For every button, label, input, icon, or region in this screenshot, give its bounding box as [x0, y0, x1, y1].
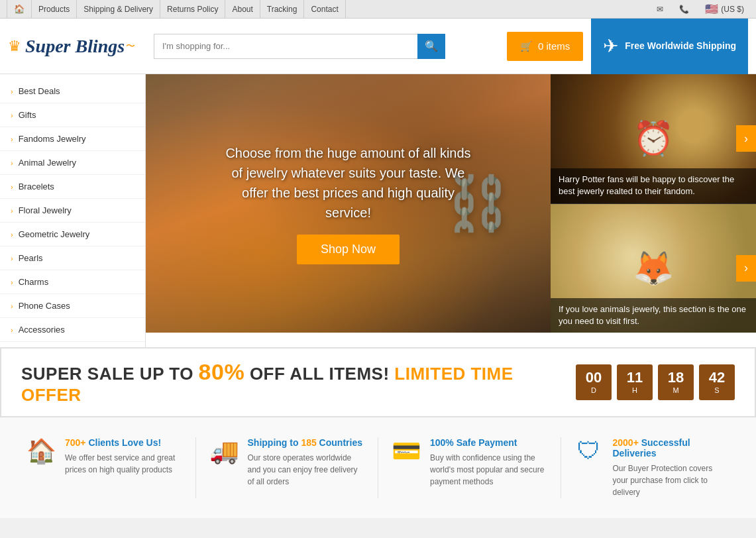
sidebar-label-charms: Charms — [19, 277, 49, 287]
feature-shipping: 🚚 Shipping to 185 Countries Our store op… — [196, 437, 379, 498]
top-nav: 🏠 Products Shipping & Delivery Returns P… — [0, 0, 756, 19]
nav-returns-label: Returns Policy — [167, 5, 218, 14]
nav-tracking[interactable]: Tracking — [260, 0, 305, 19]
countdown-hours: 11 H — [617, 364, 653, 400]
header: ♛ Super Blings 〜 🔍 🛒 0 items ✈ Free Worl… — [0, 19, 756, 74]
sidebar-label-accessories: Accessories — [19, 325, 65, 335]
sidebar-item-geometric[interactable]: › Geometric Jewelry — [0, 223, 145, 246]
sidebar-item-floral[interactable]: › Floral Jewelry — [0, 199, 145, 223]
search-icon: 🔍 — [425, 40, 438, 52]
sidebar-item-charms[interactable]: › Charms — [0, 270, 145, 294]
phone-icon: 📞 — [679, 5, 689, 14]
sidebar-label-phone-cases: Phone Cases — [19, 301, 70, 311]
sidebar-label-best-deals: Best Deals — [19, 86, 60, 96]
sidebar-item-best-deals[interactable]: › Best Deals — [0, 80, 145, 103]
email-nav-item[interactable]: ✉ — [651, 5, 669, 14]
chevron-icon: › — [11, 278, 13, 286]
feature-payment-title: 100% Safe Payment — [430, 437, 547, 448]
nav-returns[interactable]: Returns Policy — [160, 0, 225, 19]
sidebar-item-fandoms[interactable]: › Fandoms Jewelry — [0, 127, 145, 151]
countdown-minutes: 18 M — [658, 364, 694, 400]
feature-shipping-desc: Our store operates worldwide and you can… — [248, 452, 365, 488]
sidebar-label-geometric: Geometric Jewelry — [19, 229, 90, 239]
chevron-icon: › — [11, 183, 13, 191]
countdown-days: 00 D — [576, 364, 612, 400]
shipping-title-pre: Shipping to — [248, 437, 301, 448]
locale-label: (US $) — [721, 5, 744, 14]
chevron-icon: › — [11, 159, 13, 167]
hero-main: ⛓️ Choose from the huge amount of all ki… — [146, 74, 551, 333]
harry-potter-text: Harry Potter fans will be happy to disco… — [559, 174, 734, 196]
sidebar-item-accessories[interactable]: › Accessories — [0, 318, 145, 342]
email-icon: ✉ — [657, 5, 663, 14]
countdown-seconds-label: S — [714, 386, 719, 394]
sidebar-item-animal[interactable]: › Animal Jewelry — [0, 151, 145, 175]
nav-contact[interactable]: Contact — [304, 0, 345, 19]
sidebar-item-phone-cases[interactable]: › Phone Cases — [0, 294, 145, 318]
hero-panel-harry-potter[interactable]: ⏰ Harry Potter fans will be happy to dis… — [551, 74, 756, 204]
logo[interactable]: ♛ Super Blings 〜 — [8, 36, 140, 57]
hero-panel-animals[interactable]: 🦊 If you love animals jewerly, this sect… — [551, 204, 756, 333]
sale-percent: 80% — [199, 359, 245, 384]
feature-payment: 💳 100% Safe Payment Buy with confidence … — [378, 437, 561, 498]
nav-shipping[interactable]: Shipping & Delivery — [77, 0, 160, 19]
feature-clients-title: 700+ Clients Love Us! — [65, 437, 182, 448]
countdown-days-label: D — [591, 386, 596, 394]
feature-deliveries-desc: Our Buyer Protection covers your purchas… — [613, 462, 730, 498]
shop-now-button[interactable]: Shop Now — [297, 235, 400, 264]
hero-overlay: Choose from the huge amount of all kinds… — [209, 130, 488, 278]
sidebar-item-pearls[interactable]: › Pearls — [0, 246, 145, 270]
feature-shipping-content: Shipping to 185 Countries Our store oper… — [248, 437, 365, 488]
shipping-highlight: 185 — [301, 437, 316, 448]
harry-potter-arrow[interactable]: › — [736, 125, 756, 152]
hero-section: ⛓️ Choose from the huge amount of all ki… — [146, 74, 756, 333]
chevron-icon: › — [11, 302, 13, 310]
nav-about[interactable]: About — [225, 0, 260, 19]
sidebar-item-gifts[interactable]: › Gifts — [0, 103, 145, 127]
sidebar-item-bracelets[interactable]: › Bracelets — [0, 175, 145, 199]
chevron-icon: › — [11, 111, 13, 119]
feature-clients-content: 700+ Clients Love Us! We offer best serv… — [65, 437, 182, 476]
animals-arrow[interactable]: › — [736, 255, 756, 282]
search-bar: 🔍 — [154, 34, 445, 59]
locale-selector[interactable]: 🇺🇸 (US $) — [700, 3, 749, 15]
payment-title-text: 100% Safe Payment — [430, 437, 517, 448]
top-nav-items: 🏠 Products Shipping & Delivery Returns P… — [7, 0, 651, 19]
phone-nav-item[interactable]: 📞 — [674, 5, 694, 14]
animals-label: If you love animals jewerly, this sectio… — [551, 298, 756, 333]
clients-title-text: Clients Love Us! — [86, 437, 162, 448]
sidebar-label-fandoms: Fandoms Jewelry — [19, 134, 86, 144]
shipping-block: ✈ Free Worldwide Shipping — [591, 19, 748, 74]
countdown-minutes-label: M — [673, 386, 678, 394]
search-button[interactable]: 🔍 — [417, 34, 445, 59]
nav-tracking-label: Tracking — [267, 5, 297, 14]
top-nav-right: ✉ 📞 🇺🇸 (US $) — [651, 3, 749, 15]
chevron-icon: › — [11, 254, 13, 262]
animals-text: If you love animals jewerly, this sectio… — [559, 304, 746, 326]
search-input[interactable] — [154, 34, 417, 59]
sale-prefix: SUPER SALE UP TO — [21, 364, 199, 384]
main-layout: › Best Deals › Gifts › Fandoms Jewelry ›… — [0, 74, 756, 347]
chevron-icon: › — [11, 207, 13, 215]
nav-products[interactable]: Products — [32, 0, 77, 19]
sidebar-label-floral: Floral Jewelry — [19, 205, 72, 215]
sidebar: › Best Deals › Gifts › Fandoms Jewelry ›… — [0, 74, 146, 347]
clients-highlight: 700+ — [65, 437, 86, 448]
cart-button[interactable]: 🛒 0 items — [507, 32, 583, 61]
countdown-minutes-num: 18 — [668, 370, 684, 385]
shipping-text: Free Worldwide Shipping — [625, 40, 736, 53]
countdown-hours-label: H — [632, 386, 637, 394]
deliveries-highlight: 2000+ — [613, 437, 639, 448]
hero-right-panels: ⏰ Harry Potter fans will be happy to dis… — [551, 74, 756, 333]
shipping-title-mid: Countries — [317, 437, 362, 448]
logo-swoosh: 〜 — [126, 40, 135, 52]
countdown-days-num: 00 — [586, 370, 602, 385]
feature-clients: 🏠 700+ Clients Love Us! We offer best se… — [13, 437, 196, 498]
chevron-icon: › — [11, 87, 13, 95]
countdown-timer: 00 D 11 H 18 M 42 S — [576, 364, 735, 400]
hero-text: Choose from the huge amount of all kinds… — [223, 143, 474, 223]
home-icon: 🏠 — [14, 4, 25, 14]
nav-home[interactable]: 🏠 — [7, 0, 32, 19]
chevron-icon: › — [11, 135, 13, 143]
feature-payment-content: 100% Safe Payment Buy with confidence us… — [430, 437, 547, 488]
